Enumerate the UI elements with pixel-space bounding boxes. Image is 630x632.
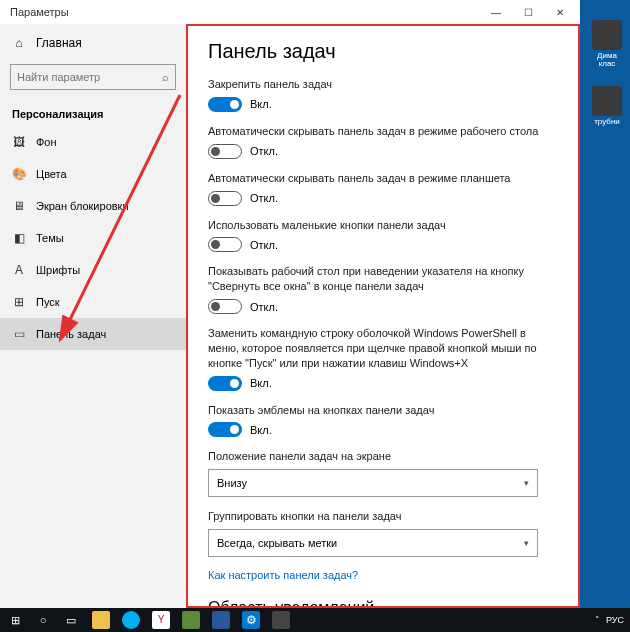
setting-3: Использовать маленькие кнопки панели зад… bbox=[208, 218, 558, 253]
search-icon: ⌕ bbox=[162, 71, 169, 83]
system-tray[interactable]: ˄ РУС bbox=[595, 615, 630, 625]
setting-label: Автоматически скрывать панель задач в ре… bbox=[208, 124, 558, 139]
group-value: Всегда, скрывать метки bbox=[217, 537, 337, 549]
nav-label: Пуск bbox=[36, 296, 60, 308]
taskbar: ⊞ ○ ▭ Y ⚙ ˄ РУС bbox=[0, 608, 630, 632]
toggle-state: Вкл. bbox=[250, 377, 272, 389]
folder-icon bbox=[592, 86, 622, 116]
nav-label: Шрифты bbox=[36, 264, 80, 276]
toggle-state: Вкл. bbox=[250, 98, 272, 110]
toggle[interactable] bbox=[208, 237, 242, 252]
task-view-icon[interactable]: ▭ bbox=[56, 608, 86, 632]
tb-skype[interactable] bbox=[116, 608, 146, 632]
search-input[interactable] bbox=[17, 71, 157, 83]
nav-icon: A bbox=[12, 263, 26, 277]
settings-window: Параметры — ☐ ✕ ⌂ Главная ⌕ Персонализац… bbox=[0, 0, 580, 608]
setting-0: Закрепить панель задачВкл. bbox=[208, 77, 558, 112]
nav-label: Цвета bbox=[36, 168, 67, 180]
app-title: Параметры bbox=[10, 6, 69, 18]
setting-4: Показывать рабочий стол при наведении ук… bbox=[208, 264, 558, 314]
tb-explorer[interactable] bbox=[86, 608, 116, 632]
nav-icon: 🖥 bbox=[12, 199, 26, 213]
setting-1: Автоматически скрывать панель задач в ре… bbox=[208, 124, 558, 159]
tray-lang[interactable]: РУС bbox=[606, 615, 624, 625]
sidebar-item-3[interactable]: ◧Темы bbox=[0, 222, 186, 254]
toggle[interactable] bbox=[208, 376, 242, 391]
nav-icon: ▭ bbox=[12, 327, 26, 341]
close-button[interactable]: ✕ bbox=[544, 0, 576, 24]
toggle-state: Откл. bbox=[250, 239, 278, 251]
toggle[interactable] bbox=[208, 191, 242, 206]
setting-2: Автоматически скрывать панель задач в ре… bbox=[208, 171, 558, 206]
start-button[interactable]: ⊞ bbox=[0, 608, 30, 632]
minimize-button[interactable]: — bbox=[480, 0, 512, 24]
nav-label: Экран блокировки bbox=[36, 200, 129, 212]
sidebar-item-0[interactable]: 🖼Фон bbox=[0, 126, 186, 158]
home-icon: ⌂ bbox=[12, 36, 26, 50]
maximize-button[interactable]: ☐ bbox=[512, 0, 544, 24]
tray-chevron-icon[interactable]: ˄ bbox=[595, 615, 600, 625]
desktop-icon[interactable]: Дима клас bbox=[588, 20, 626, 68]
page-heading: Панель задач bbox=[208, 40, 558, 63]
help-link[interactable]: Как настроить панели задач? bbox=[208, 569, 558, 581]
group-label: Группировать кнопки на панели задач bbox=[208, 509, 558, 524]
setting-label: Закрепить панель задач bbox=[208, 77, 558, 92]
toggle[interactable] bbox=[208, 422, 242, 437]
toggle[interactable] bbox=[208, 299, 242, 314]
sidebar-item-4[interactable]: AШрифты bbox=[0, 254, 186, 286]
tb-app[interactable] bbox=[176, 608, 206, 632]
sidebar-item-5[interactable]: ⊞Пуск bbox=[0, 286, 186, 318]
section-label: Персонализация bbox=[0, 98, 186, 126]
home-label: Главная bbox=[36, 36, 82, 50]
tb-app2[interactable] bbox=[266, 608, 296, 632]
toggle[interactable] bbox=[208, 97, 242, 112]
tb-word[interactable] bbox=[206, 608, 236, 632]
setting-5: Заменить командную строку оболочкой Wind… bbox=[208, 326, 558, 391]
setting-label: Автоматически скрывать панель задач в ре… bbox=[208, 171, 558, 186]
nav-label: Панель задач bbox=[36, 328, 106, 340]
toggle-state: Откл. bbox=[250, 145, 278, 157]
chevron-down-icon: ▾ bbox=[524, 478, 529, 488]
sidebar-item-2[interactable]: 🖥Экран блокировки bbox=[0, 190, 186, 222]
setting-label: Использовать маленькие кнопки панели зад… bbox=[208, 218, 558, 233]
nav-label: Фон bbox=[36, 136, 57, 148]
sidebar-item-6[interactable]: ▭Панель задач bbox=[0, 318, 186, 350]
toggle-state: Откл. bbox=[250, 301, 278, 313]
setting-6: Показать эмблемы на кнопках панели задач… bbox=[208, 403, 558, 438]
tb-yandex[interactable]: Y bbox=[146, 608, 176, 632]
nav-icon: ⊞ bbox=[12, 295, 26, 309]
notification-heading: Область уведомлений bbox=[208, 599, 558, 608]
setting-label: Показывать рабочий стол при наведении ук… bbox=[208, 264, 558, 294]
setting-label: Заменить командную строку оболочкой Wind… bbox=[208, 326, 558, 371]
tb-settings[interactable]: ⚙ bbox=[236, 608, 266, 632]
home-nav[interactable]: ⌂ Главная bbox=[0, 30, 186, 56]
toggle[interactable] bbox=[208, 144, 242, 159]
desktop-icon[interactable]: трубни bbox=[588, 86, 626, 134]
nav-icon: 🎨 bbox=[12, 167, 26, 181]
chevron-down-icon: ▾ bbox=[524, 538, 529, 548]
desktop-icons: Дима клас трубни bbox=[588, 20, 626, 134]
toggle-state: Откл. bbox=[250, 192, 278, 204]
group-dropdown[interactable]: Всегда, скрывать метки ▾ bbox=[208, 529, 538, 557]
nav-icon: ◧ bbox=[12, 231, 26, 245]
position-label: Положение панели задач на экране bbox=[208, 449, 558, 464]
position-dropdown[interactable]: Внизу ▾ bbox=[208, 469, 538, 497]
nav-label: Темы bbox=[36, 232, 64, 244]
nav-icon: 🖼 bbox=[12, 135, 26, 149]
sidebar-item-1[interactable]: 🎨Цвета bbox=[0, 158, 186, 190]
taskbar-search-icon[interactable]: ○ bbox=[30, 608, 56, 632]
position-value: Внизу bbox=[217, 477, 247, 489]
content-panel: Панель задач Закрепить панель задачВкл.А… bbox=[186, 24, 580, 608]
folder-icon bbox=[592, 20, 622, 50]
titlebar: Параметры — ☐ ✕ bbox=[0, 0, 580, 24]
sidebar: ⌂ Главная ⌕ Персонализация 🖼Фон🎨Цвета🖥Эк… bbox=[0, 24, 186, 608]
toggle-state: Вкл. bbox=[250, 424, 272, 436]
search-box[interactable]: ⌕ bbox=[10, 64, 176, 90]
setting-label: Показать эмблемы на кнопках панели задач bbox=[208, 403, 558, 418]
